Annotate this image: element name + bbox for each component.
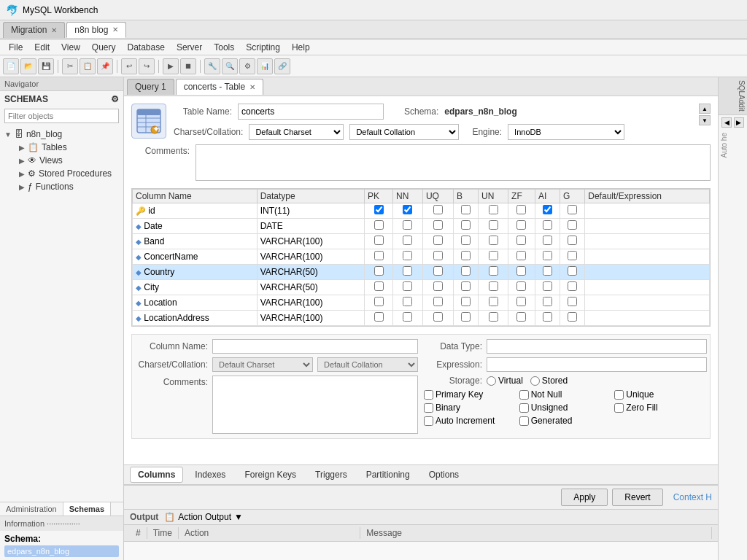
engine-select[interactable]: InnoDB [508,124,624,140]
col-check-uq-input[interactable] [433,251,443,260]
storage-stored-label[interactable]: Stored [530,376,568,386]
col-check-zf-input[interactable] [516,205,526,214]
table-row[interactable]: ◆ BandVARCHAR(100) [133,234,710,249]
toolbar-search[interactable]: 🔍 [222,58,238,74]
col-check-uq-input[interactable] [433,220,443,230]
table-row[interactable]: 🔑 idINT(11) [133,203,710,219]
storage-virtual-radio[interactable] [487,376,496,386]
toolbar-extra2[interactable]: 🔗 [274,58,290,74]
scroll-up-btn[interactable]: ▲ [699,104,711,114]
menu-edit[interactable]: Edit [28,41,55,54]
bottom-tab-foreign-keys[interactable]: Foreign Keys [237,467,303,482]
storage-virtual-label[interactable]: Virtual [487,376,523,386]
detail-comments-textarea[interactable] [212,376,418,434]
inner-tab-concerts-close[interactable]: ✕ [249,83,255,91]
col-check-nn-input[interactable] [403,312,412,322]
col-check-un-input[interactable] [489,297,498,306]
tree-stored-procedures[interactable]: ▶ ⚙ Stored Procedures [15,167,123,180]
col-check-pk-input[interactable] [374,281,384,291]
table-row[interactable]: ◆ ConcertNameVARCHAR(100) [133,249,710,265]
col-check-zf-input[interactable] [516,281,526,291]
table-name-input[interactable] [238,104,384,120]
action-output-dropdown[interactable]: 📋 Action Output ▼ [164,512,243,522]
col-check-zf-input[interactable] [516,266,526,276]
col-check-b-input[interactable] [461,266,471,276]
col-check-g-input[interactable] [568,220,577,230]
col-check-g-input[interactable] [568,251,577,260]
collation-select[interactable]: Default Collation [349,124,459,140]
menu-database[interactable]: Database [122,41,171,54]
col-check-zf-input[interactable] [516,236,526,245]
right-panel-left-arrow[interactable]: ◀ [721,117,732,128]
col-check-un-input[interactable] [489,236,498,245]
detail-expression-input[interactable] [487,357,707,372]
bottom-tab-partitioning[interactable]: Partitioning [359,467,417,482]
schemas-options-icon[interactable]: ⚙ [111,94,119,104]
col-check-uq-input[interactable] [433,266,443,276]
menu-view[interactable]: View [55,41,86,54]
col-check-un-input[interactable] [489,220,498,230]
tree-schema-root[interactable]: ▼ 🗄 n8n_blog [0,128,123,141]
col-check-un-input[interactable] [489,281,498,291]
toolbar-new[interactable]: 📄 [3,58,19,74]
toolbar-redo[interactable]: ↪ [139,58,155,74]
col-check-un-input[interactable] [489,266,498,276]
app-tab-migration-close[interactable]: ✕ [51,26,57,34]
col-check-pk-input[interactable] [374,312,384,322]
check-unsigned[interactable]: Unsigned [519,402,612,413]
col-check-uq-input[interactable] [433,205,443,214]
col-check-uq-input[interactable] [433,312,443,322]
revert-button[interactable]: Revert [612,489,662,506]
col-check-pk-input[interactable] [374,251,384,260]
detail-data-type-input[interactable] [487,339,707,354]
col-check-ai-input[interactable] [543,297,552,306]
col-check-ai-input[interactable] [543,281,552,291]
col-check-uq-input[interactable] [433,281,443,291]
toolbar-run[interactable]: ▶ [163,58,179,74]
col-check-b-input[interactable] [461,251,471,260]
filter-input[interactable] [4,109,119,123]
col-check-un-input[interactable] [489,205,498,214]
toolbar-paste[interactable]: 📌 [97,58,113,74]
toolbar-copy[interactable]: 📋 [80,58,96,74]
toolbar-stop[interactable]: ⏹ [180,58,196,74]
col-check-b-input[interactable] [461,281,471,291]
col-check-zf-input[interactable] [516,297,526,306]
toolbar-cut[interactable]: ✂ [62,58,78,74]
col-check-zf-input[interactable] [516,251,526,260]
col-check-pk-input[interactable] [374,236,384,245]
table-row[interactable]: ◆ LocationAddressVARCHAR(100) [133,311,710,326]
check-generated[interactable]: Generated [519,416,612,426]
col-check-nn-input[interactable] [403,297,412,306]
check-not-null-input[interactable] [519,390,529,400]
context-help-link[interactable]: Context H [673,492,712,502]
col-check-zf-input[interactable] [516,312,526,322]
toolbar-schema[interactable]: 🔧 [204,58,220,74]
menu-help[interactable]: Help [286,41,316,54]
col-check-b-input[interactable] [461,312,471,322]
check-unique-input[interactable] [614,390,624,400]
app-tab-n8n-blog-close[interactable]: ✕ [112,26,118,34]
col-check-un-input[interactable] [489,251,498,260]
menu-file[interactable]: File [3,41,28,54]
col-check-nn-input[interactable] [403,220,412,230]
menu-server[interactable]: Server [171,41,208,54]
check-zero-fill[interactable]: Zero Fill [614,402,707,413]
col-check-g-input[interactable] [568,205,577,214]
menu-scripting[interactable]: Scripting [240,41,286,54]
bottom-tab-indexes[interactable]: Indexes [187,467,233,482]
apply-button[interactable]: Apply [561,489,608,506]
check-auto-increment-input[interactable] [424,416,433,426]
col-check-b-input[interactable] [461,220,471,230]
menu-tools[interactable]: Tools [208,41,240,54]
check-auto-increment[interactable]: Auto Increment [424,416,516,426]
toolbar-undo[interactable]: ↩ [121,58,137,74]
toolbar-open[interactable]: 📂 [20,58,36,74]
col-check-b-input[interactable] [461,205,471,214]
tree-functions[interactable]: ▶ ƒ Functions [15,180,123,193]
sidebar-tab-schemas[interactable]: Schemas [63,502,111,516]
tree-views[interactable]: ▶ 👁 Views [15,154,123,167]
col-check-b-input[interactable] [461,297,471,306]
inner-tab-concerts-table[interactable]: concerts - Table ✕ [176,79,264,95]
check-generated-input[interactable] [519,416,529,426]
